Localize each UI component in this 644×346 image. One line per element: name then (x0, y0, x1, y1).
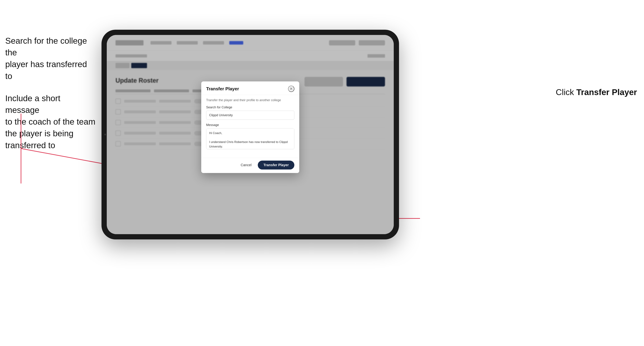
annotation-message-text: Include a short messageto the coach of t… (5, 92, 96, 151)
annotation-right: Click Transfer Player (556, 87, 637, 97)
annotation-search-text: Search for the college theplayer has tra… (5, 35, 96, 82)
cancel-button[interactable]: Cancel (238, 161, 254, 169)
tablet-frame: Update Roster (102, 30, 399, 239)
message-textarea[interactable] (206, 128, 294, 149)
tablet-screen: Update Roster (107, 35, 394, 234)
message-label: Message (206, 123, 294, 127)
transfer-player-modal: Transfer Player × Transfer the player an… (201, 81, 299, 173)
tablet-camera (104, 134, 106, 135)
message-group: Message (206, 123, 294, 150)
modal-overlay: Transfer Player × Transfer the player an… (107, 35, 394, 234)
search-college-group: Search for College (206, 106, 294, 120)
modal-description: Transfer the player and their profile to… (206, 98, 294, 102)
annotation-left: Search for the college theplayer has tra… (5, 35, 96, 162)
modal-title: Transfer Player (206, 86, 239, 92)
search-college-label: Search for College (206, 106, 294, 109)
annotation-transfer-label: Transfer Player (576, 88, 637, 97)
modal-footer: Cancel Transfer Player (201, 158, 299, 173)
search-college-input[interactable] (206, 111, 294, 120)
transfer-player-button[interactable]: Transfer Player (258, 161, 294, 170)
modal-body: Transfer the player and their profile to… (201, 95, 299, 158)
modal-close-button[interactable]: × (288, 86, 294, 92)
modal-header: Transfer Player × (201, 81, 299, 95)
